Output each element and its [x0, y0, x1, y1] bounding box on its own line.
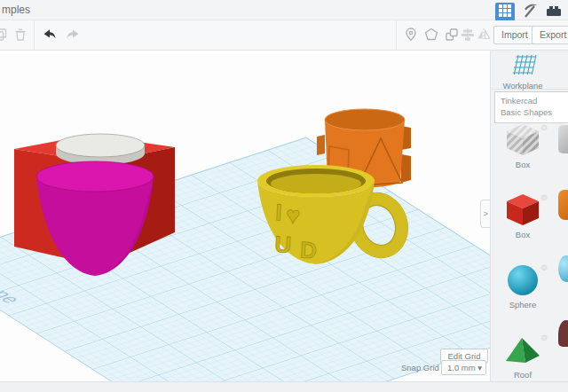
bottom-strip	[0, 381, 568, 392]
library-name-line1: Tinkercad	[501, 96, 568, 107]
design-view-button[interactable]	[495, 3, 515, 22]
shape-tiles: ⚙ Box	[491, 116, 568, 381]
gear-icon: ⚙	[540, 193, 548, 202]
grid-view-icon	[499, 4, 511, 20]
gear-icon: ⚙	[540, 333, 548, 342]
toolbar-separator	[396, 20, 397, 50]
header-bar: mples	[0, 0, 568, 20]
chevron-right-icon: >	[484, 209, 488, 218]
undo-button[interactable]	[41, 27, 57, 43]
copy-button[interactable]	[0, 27, 9, 43]
panel-divider	[491, 89, 568, 90]
import-button[interactable]: Import	[493, 26, 536, 44]
redo-button[interactable]	[66, 27, 82, 43]
ruler-helper-button[interactable]	[403, 27, 419, 43]
snap-grid-dropdown[interactable]: 1.0 mm ▾	[441, 360, 486, 375]
tinker-tools-button[interactable]	[521, 4, 539, 21]
polygon-icon	[423, 30, 439, 45]
workplane-grid-icon	[508, 63, 538, 78]
workplane-tool[interactable]: Workplane	[491, 54, 555, 90]
shape-tile-label: Sphere	[491, 300, 555, 310]
redo-icon	[66, 30, 82, 45]
toolbar-separator	[34, 20, 35, 50]
mirror-icon	[476, 30, 492, 45]
brick-icon	[546, 4, 562, 21]
svg-text:D: D	[299, 236, 317, 263]
shape-generator-button[interactable]	[423, 27, 439, 43]
shape-tile-roof[interactable]: ⚙ Roof	[491, 332, 555, 381]
gear-icon: ⚙	[540, 123, 548, 132]
svg-text:U: U	[274, 231, 292, 258]
copy-icon	[0, 30, 9, 45]
export-button[interactable]: Export	[532, 26, 568, 44]
trash-icon	[12, 30, 28, 45]
view-switcher	[495, 3, 563, 22]
shapes-panel: Workplane Tinkercad Basic Shapes ⚙	[490, 51, 568, 381]
shape-tile-box-hole[interactable]: ⚙ Box	[491, 122, 555, 186]
white-cylinder-object[interactable]	[56, 134, 145, 165]
shape-tile-sphere[interactable]: ⚙ Sphere	[491, 262, 555, 326]
flip-button[interactable]	[476, 27, 492, 43]
shape-tile-partial[interactable]	[558, 125, 568, 153]
panel-collapse-handle[interactable]: >	[480, 200, 490, 228]
undo-icon	[41, 30, 57, 45]
3d-viewport[interactable]: Workplane	[0, 51, 490, 381]
align-button[interactable]	[460, 27, 476, 43]
shape-tile-partial[interactable]	[558, 255, 568, 282]
shape-tile-label: Box	[491, 230, 555, 239]
shape-tile-box[interactable]: ⚙ Box	[491, 192, 555, 256]
gear-icon: ⚙	[540, 263, 548, 272]
svg-text:♥: ♥	[285, 202, 301, 230]
caret-down-icon: ▾	[477, 363, 482, 372]
drop-pin-icon	[403, 30, 419, 45]
shape-tile-partial[interactable]	[558, 320, 568, 347]
group-button[interactable]	[444, 27, 460, 43]
design-title: mples	[2, 4, 30, 16]
shape-tile-label: Box	[491, 160, 555, 169]
shape-tile-partial[interactable]	[558, 190, 568, 220]
toolbar: Import Export	[0, 20, 568, 51]
tinkercad-app: mples	[0, 0, 568, 392]
align-icon	[460, 30, 476, 45]
3d-viewport-canvas[interactable]: Workplane	[0, 51, 490, 381]
shape-tile-label: Roof	[491, 370, 555, 380]
delete-button[interactable]	[12, 27, 28, 43]
bricks-view-button[interactable]	[545, 4, 563, 21]
snap-grid-label: Snap Grid	[401, 363, 439, 372]
snap-grid-value: 1.0 mm	[447, 363, 476, 372]
group-icon	[444, 30, 460, 45]
